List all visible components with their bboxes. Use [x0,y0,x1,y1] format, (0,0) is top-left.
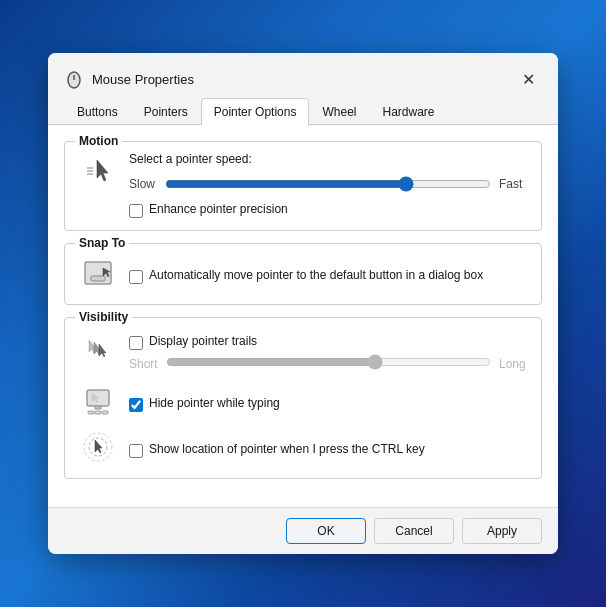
snap-icon [79,254,117,292]
hide-pointer-row: Hide pointer while typing [79,382,527,420]
hide-icon [79,382,117,420]
slow-label: Slow [129,177,157,191]
snap-to-section: Snap To Automatically move pointer [64,243,542,305]
svg-marker-11 [99,344,106,357]
tab-wheel[interactable]: Wheel [309,98,369,125]
svg-marker-20 [95,440,102,453]
trails-slider[interactable] [166,354,491,370]
tab-pointers[interactable]: Pointers [131,98,201,125]
hide-pointer-checkbox[interactable] [129,398,143,412]
speed-label: Select a pointer speed: [129,152,527,166]
location-icon [79,428,117,466]
mouse-properties-dialog: Mouse Properties ✕ Buttons Pointers Poin… [48,53,558,554]
location-checkbox-row: Show location of pointer when I press th… [129,442,527,458]
content-area: Motion Select a pointer speed: [48,125,558,507]
snap-to-label[interactable]: Automatically move pointer to the defaul… [149,268,483,282]
speed-slider-container [165,174,491,194]
speed-slider[interactable] [165,176,491,192]
close-button[interactable]: ✕ [514,65,542,93]
trails-checkbox-row: Display pointer trails [129,334,527,350]
trails-slider-container [166,354,491,374]
motion-section: Motion Select a pointer speed: [64,141,542,231]
visibility-section-label: Visibility [75,310,132,324]
trails-checkbox[interactable] [129,336,143,350]
trails-body: Display pointer trails Short Long [129,328,527,374]
hide-checkbox-row: Hide pointer while typing [129,396,527,412]
snap-checkbox-row: Automatically move pointer to the defaul… [129,268,527,284]
svg-rect-15 [88,411,94,414]
ok-button[interactable]: OK [286,518,366,544]
precision-label[interactable]: Enhance pointer precision [149,202,288,216]
trails-label[interactable]: Display pointer trails [149,334,257,348]
show-location-checkbox[interactable] [129,444,143,458]
svg-rect-13 [95,406,101,409]
apply-button[interactable]: Apply [462,518,542,544]
motion-section-inner: Select a pointer speed: Slow Fast Enhanc… [79,152,527,218]
trails-icon [79,332,117,370]
motion-body: Select a pointer speed: Slow Fast Enhanc… [129,152,527,218]
tab-buttons[interactable]: Buttons [64,98,131,125]
fast-label: Fast [499,177,527,191]
trails-slider-row: Short Long [129,354,527,374]
speed-slider-row: Slow Fast [129,174,527,194]
tab-hardware[interactable]: Hardware [369,98,447,125]
short-label: Short [129,357,158,371]
cancel-button[interactable]: Cancel [374,518,454,544]
long-label: Long [499,357,527,371]
motion-icon [79,152,117,190]
motion-section-label: Motion [75,134,122,148]
tabs-bar: Buttons Pointers Pointer Options Wheel H… [48,97,558,125]
hide-body: Hide pointer while typing [129,390,527,412]
hide-pointer-label[interactable]: Hide pointer while typing [149,396,280,410]
svg-rect-17 [102,411,108,414]
title-bar-left: Mouse Properties [64,69,194,89]
location-body: Show location of pointer when I press th… [129,436,527,458]
svg-marker-5 [97,160,108,181]
snap-to-checkbox[interactable] [129,270,143,284]
precision-row: Enhance pointer precision [129,202,527,218]
mouse-icon [64,69,84,89]
svg-rect-16 [95,411,101,414]
snap-to-inner: Automatically move pointer to the defaul… [79,254,527,292]
title-bar: Mouse Properties ✕ [48,53,558,97]
snap-to-section-label: Snap To [75,236,129,250]
footer: OK Cancel Apply [48,507,558,554]
precision-checkbox[interactable] [129,204,143,218]
visibility-section: Visibility Display pointer trails [64,317,542,479]
show-location-label[interactable]: Show location of pointer when I press th… [149,442,425,456]
svg-rect-7 [91,276,105,281]
snap-body: Automatically move pointer to the defaul… [129,262,527,284]
dialog-title: Mouse Properties [92,72,194,87]
trails-row: Display pointer trails Short Long [79,328,527,374]
tab-pointer-options[interactable]: Pointer Options [201,98,310,125]
show-location-row: Show location of pointer when I press th… [79,428,527,466]
